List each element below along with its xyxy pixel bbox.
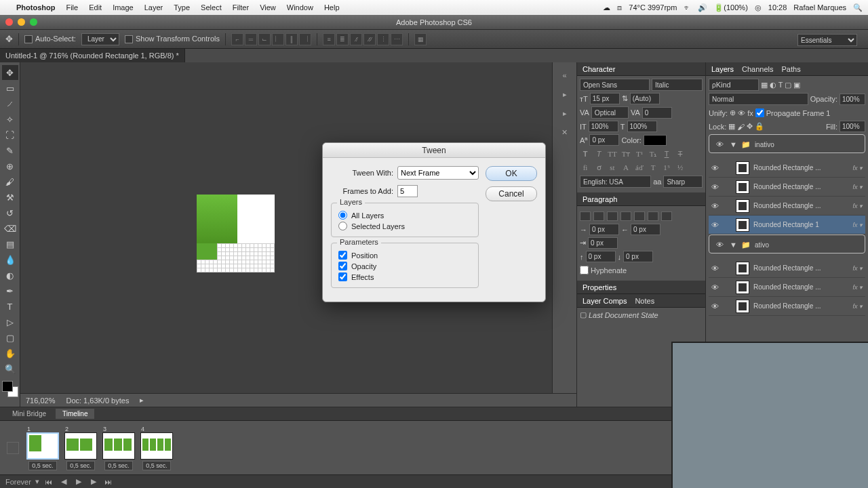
leading-input[interactable] [630,93,660,104]
dist-1-icon[interactable]: ≡ [323,33,335,45]
unify-style-icon[interactable]: fx [747,109,753,117]
wand-tool[interactable]: ✧ [2,112,18,127]
channels-tab[interactable]: Channels [742,65,773,73]
lock-pos-icon[interactable]: ✥ [747,122,753,131]
frames-to-add-input[interactable] [397,185,418,197]
dist-5-icon[interactable]: ⋮ [377,33,389,45]
layer-item[interactable]: 👁Rounded Rectangle ...fx ▾ [709,197,865,216]
convert-timeline-icon[interactable] [7,442,19,454]
show-transform-checkbox[interactable] [125,35,133,43]
kerning-select[interactable]: Optical [591,106,629,119]
healing-tool[interactable]: ⊕ [2,159,18,174]
lock-pixel-icon[interactable]: 🖌 [737,123,745,131]
menu-layer[interactable]: Layer [144,3,163,12]
menu-type[interactable]: Type [174,3,190,12]
sync-icon[interactable]: ◎ [755,3,762,12]
cloud-icon[interactable]: ☁ [603,3,610,12]
filter-shape-icon[interactable]: ▢ [785,81,791,89]
animation-frame[interactable]: 10,5 sec. [26,426,60,470]
auto-select-target[interactable]: Layer [81,33,119,45]
baseline-input[interactable] [589,134,619,146]
layer-group[interactable]: 👁▼📁inativo [709,134,865,153]
paths-tab[interactable]: Paths [782,65,801,73]
indent-left-input[interactable] [589,224,619,235]
selected-layers-radio[interactable] [338,222,347,230]
last-frame-button[interactable]: ⏭ [103,477,114,487]
3d-mode-icon[interactable]: ▦ [414,33,427,45]
timeline-tab[interactable]: Timeline [56,409,94,419]
wifi-icon[interactable]: ᯤ [684,3,691,12]
menu-select[interactable]: Select [201,3,222,12]
menu-help[interactable]: Help [324,3,340,12]
next-frame-button[interactable]: ▶ [88,477,99,487]
move-tool[interactable]: ✥ [2,65,18,80]
actions-panel-icon[interactable]: ▸ [559,107,571,119]
justify-l-icon[interactable] [620,211,631,221]
spotlight-icon[interactable]: 🔍 [853,3,863,12]
paragraph-panel-tab[interactable]: Paragraph [583,195,617,203]
layer-filter-kind[interactable]: ρ Kind [709,79,759,91]
dodge-tool[interactable]: ◐ [2,268,18,283]
opentype-5-icon[interactable]: áď [634,162,645,173]
menu-filter[interactable]: Filter [233,3,249,12]
align-hcenter-icon[interactable]: ║ [285,33,298,45]
expand-panels-icon[interactable]: « [559,69,571,81]
minimize-window-button[interactable] [18,18,25,26]
close-window-button[interactable] [5,18,13,26]
loop-select[interactable]: Forever [5,478,31,486]
auto-select-checkbox[interactable] [24,35,33,43]
first-line-input[interactable] [588,237,618,249]
subscript-icon[interactable]: T₁ [648,148,658,159]
brush-tool[interactable]: 🖌 [2,174,18,189]
first-frame-button[interactable]: ⏮ [43,477,54,487]
opentype-1-icon[interactable]: fi [580,162,591,173]
type-tool[interactable]: T [2,299,18,314]
doc-size[interactable]: Doc: 1,63K/0 bytes [66,396,129,405]
gradient-tool[interactable]: ▤ [2,237,18,251]
dist-3-icon[interactable]: ⫽ [350,33,362,45]
align-left-icon[interactable] [580,211,591,221]
unify-position-icon[interactable]: ⊕ [730,108,736,117]
workspace-switcher[interactable]: Essentials [797,34,865,46]
layer-group[interactable]: 👁▼📁ativo [709,235,865,253]
text-color-swatch[interactable] [644,135,667,146]
justify-r-icon[interactable] [648,211,658,221]
propagate-checkbox[interactable] [755,107,764,119]
prev-frame-button[interactable]: ◀ [58,477,69,487]
align-right-icon[interactable]: ⎹ [299,33,311,45]
layer-item[interactable]: 👁Rounded Rectangle ...fx ▾ [709,259,865,278]
layers-tab[interactable]: Layers [711,65,734,73]
layer-item[interactable]: 👁Rounded Rectangle ...fx ▾ [709,159,865,178]
layer-comps-tab[interactable]: Layer Comps [583,297,627,305]
layer-item[interactable]: 👁Rounded Rectangle 1fx ▾ [709,216,865,235]
align-right-icon[interactable] [607,211,618,221]
dist-6-icon[interactable]: ⋯ [391,33,403,45]
animation-frame[interactable]: 40,5 sec. [140,426,174,470]
zoom-window-button[interactable] [30,18,37,26]
bold-icon[interactable]: T [580,148,591,159]
history-panel-icon[interactable]: ▸ [559,88,571,100]
crop-tool[interactable]: ⛶ [2,127,18,142]
opentype-7-icon[interactable]: 1ˢ [661,162,672,173]
pen-tool[interactable]: ✒ [2,283,18,298]
layer-item[interactable]: 👁Rounded Rectangle ...fx ▾ [709,178,865,197]
layer-fill-input[interactable] [840,121,865,132]
tracking-input[interactable] [642,107,672,119]
tween-with-select[interactable]: Next Frame [397,166,479,180]
space-after-input[interactable] [623,251,653,262]
underline-icon[interactable]: T [661,148,672,159]
eyedropper-tool[interactable]: ✎ [2,143,18,158]
font-size-input[interactable] [590,93,620,104]
lock-trans-icon[interactable]: ▦ [728,122,735,131]
opentype-3-icon[interactable]: st [607,162,618,173]
tools-preset-icon[interactable]: ✕ [559,126,571,138]
space-before-input[interactable] [586,251,616,262]
position-checkbox[interactable] [338,251,347,260]
dropbox-icon[interactable]: ⧈ [617,3,622,12]
menu-file[interactable]: File [66,3,78,12]
align-center-icon[interactable] [593,211,604,221]
filter-pixel-icon[interactable]: ▦ [761,81,768,89]
character-panel-tab[interactable]: Character [583,65,615,73]
notes-tab[interactable]: Notes [635,297,654,305]
font-family-select[interactable]: Open Sans [580,79,650,91]
